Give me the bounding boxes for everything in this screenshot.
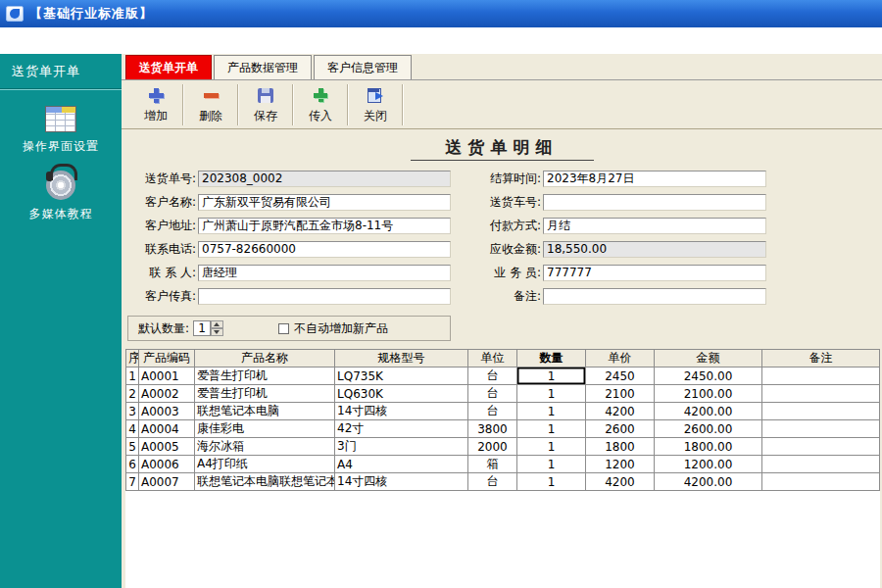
settle-date-field[interactable]: 2023年8月27日: [543, 171, 766, 187]
table-cell[interactable]: 4: [126, 420, 139, 438]
table-cell[interactable]: 4200: [586, 473, 655, 491]
vehicle-no-field[interactable]: [543, 194, 766, 211]
customer-address-field[interactable]: 广州萧山于原野汽配五金市场8-11号: [198, 218, 451, 234]
tab-product-data[interactable]: 产品数据管理: [214, 55, 312, 79]
table-cell[interactable]: 台: [468, 473, 517, 491]
table-cell[interactable]: 2600.00: [655, 420, 762, 438]
titlebar[interactable]: 【基础行业标准版】: [0, 0, 882, 27]
table-cell[interactable]: 14寸四核: [335, 403, 468, 420]
table-row[interactable]: 1A0001爱普生打印机LQ735K台124502450.00: [126, 368, 880, 385]
table-cell[interactable]: 爱普生打印机: [195, 385, 335, 403]
table-cell[interactable]: A4: [335, 456, 468, 473]
col-header-amount[interactable]: 金额: [655, 350, 762, 368]
col-header-price[interactable]: 单价: [586, 350, 655, 368]
table-cell[interactable]: 1200: [586, 456, 655, 473]
table-cell[interactable]: 6: [126, 456, 139, 473]
delivery-no-field[interactable]: 202308_0002: [198, 171, 451, 187]
table-cell[interactable]: 1: [517, 403, 586, 420]
table-cell[interactable]: 4200.00: [655, 473, 762, 491]
table-cell[interactable]: [762, 420, 880, 438]
table-cell[interactable]: A0003: [139, 403, 195, 420]
col-header-unit[interactable]: 单位: [468, 350, 517, 368]
tab-customer-info[interactable]: 客户信息管理: [314, 55, 412, 79]
col-header-remark[interactable]: 备注: [762, 350, 880, 368]
table-cell[interactable]: LQ735K: [335, 368, 468, 385]
auto-add-checkbox[interactable]: [278, 323, 289, 334]
col-header-product-name[interactable]: 产品名称: [195, 350, 335, 368]
table-cell[interactable]: 1: [126, 368, 139, 385]
sidebar-item-media-tutorial[interactable]: 多媒体教程: [0, 171, 122, 222]
delete-button[interactable]: 删除: [186, 83, 235, 126]
table-cell[interactable]: 1800: [586, 438, 655, 456]
table-cell[interactable]: 2450: [586, 368, 655, 385]
add-button[interactable]: 增加: [131, 83, 180, 126]
table-cell[interactable]: 14寸四核: [335, 473, 468, 491]
table-cell[interactable]: A0002: [139, 385, 195, 403]
remark-field[interactable]: [543, 288, 766, 305]
salesman-field[interactable]: 777777: [543, 265, 766, 281]
table-cell[interactable]: A4打印纸: [195, 456, 335, 473]
col-header-product-code[interactable]: 产品编码: [139, 350, 195, 368]
table-cell[interactable]: 1: [517, 473, 586, 491]
table-cell[interactable]: [762, 456, 880, 473]
table-row[interactable]: 7A0007联想笔记本电脑联想笔记本14寸四核台142004200.00: [126, 473, 880, 491]
spin-down-button[interactable]: [211, 328, 223, 336]
receivable-amount-field[interactable]: 18,550.00: [543, 241, 766, 258]
contact-field[interactable]: 唐经理: [198, 265, 451, 281]
table-cell[interactable]: 2450.00: [655, 368, 762, 385]
table-cell[interactable]: 1200.00: [655, 456, 762, 473]
table-cell[interactable]: [762, 385, 880, 403]
tab-delivery-note[interactable]: 送货单开单: [125, 55, 212, 79]
table-cell[interactable]: A0001: [139, 368, 195, 385]
table-cell[interactable]: A0004: [139, 420, 195, 438]
table-row[interactable]: 5A0005海尔冰箱3门2000118001800.00: [126, 438, 880, 456]
table-cell[interactable]: [762, 403, 880, 420]
quantity-stepper[interactable]: 1: [193, 320, 223, 336]
close-button[interactable]: 关闭: [351, 83, 400, 126]
table-cell[interactable]: A0006: [139, 456, 195, 473]
table-cell[interactable]: 台: [468, 385, 517, 403]
table-cell[interactable]: 42寸: [335, 420, 468, 438]
col-header-spec[interactable]: 规格型号: [335, 350, 468, 368]
table-row[interactable]: 3A0003联想笔记本电脑14寸四核台142004200.00: [126, 403, 880, 420]
table-cell[interactable]: 7: [126, 473, 139, 491]
table-cell[interactable]: 4200: [586, 403, 655, 420]
table-cell[interactable]: LQ630K: [335, 385, 468, 403]
import-button[interactable]: 传入: [296, 83, 345, 126]
table-cell[interactable]: A0005: [139, 438, 195, 456]
fax-field[interactable]: [198, 288, 451, 305]
col-header-seq[interactable]: 序: [126, 350, 139, 368]
sidebar-item-ui-settings[interactable]: 操作界面设置: [0, 106, 122, 155]
save-button[interactable]: 保存: [241, 83, 290, 126]
table-cell[interactable]: 1800.00: [655, 438, 762, 456]
quantity-value[interactable]: 1: [193, 320, 211, 336]
table-cell[interactable]: [762, 438, 880, 456]
col-header-qty[interactable]: 数量: [517, 350, 586, 368]
table-cell[interactable]: 2100.00: [655, 385, 762, 403]
table-cell[interactable]: 箱: [468, 456, 517, 473]
table-cell[interactable]: [762, 368, 880, 385]
table-cell[interactable]: 2: [126, 385, 139, 403]
table-cell[interactable]: 康佳彩电: [195, 420, 335, 438]
table-cell[interactable]: 1: [517, 368, 586, 385]
table-cell[interactable]: 3: [126, 403, 139, 420]
table-cell[interactable]: 2000: [468, 438, 517, 456]
table-cell[interactable]: 1: [517, 438, 586, 456]
table-row[interactable]: 2A0002爱普生打印机LQ630K台121002100.00: [126, 385, 880, 403]
table-cell[interactable]: 联想笔记本电脑联想笔记本: [195, 473, 335, 491]
table-cell[interactable]: 1: [517, 456, 586, 473]
spin-up-button[interactable]: [211, 320, 223, 328]
phone-field[interactable]: 0757-82660000: [198, 241, 451, 258]
table-cell[interactable]: 台: [468, 403, 517, 420]
table-cell[interactable]: 2100: [586, 385, 655, 403]
table-cell[interactable]: 海尔冰箱: [195, 438, 335, 456]
table-cell[interactable]: 爱普生打印机: [195, 368, 335, 385]
table-cell[interactable]: A0007: [139, 473, 195, 491]
table-cell[interactable]: 4200.00: [655, 403, 762, 420]
table-cell[interactable]: 2600: [586, 420, 655, 438]
payment-method-field[interactable]: 月结: [543, 218, 766, 234]
table-cell[interactable]: 3门: [335, 438, 468, 456]
table-cell[interactable]: 3800: [468, 420, 517, 438]
table-cell[interactable]: 台: [468, 368, 517, 385]
table-row[interactable]: 4A0004康佳彩电42寸3800126002600.00: [126, 420, 880, 438]
